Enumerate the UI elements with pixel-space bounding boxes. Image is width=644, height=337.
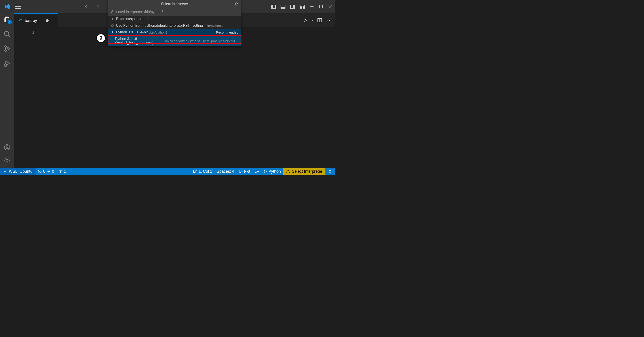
error-icon	[38, 169, 42, 173]
item-right-label: Recommended	[216, 30, 238, 34]
status-indent[interactable]: Spaces: 4	[214, 169, 236, 174]
warning-triangle-icon	[286, 169, 290, 173]
dirty-indicator-icon	[46, 19, 48, 22]
ports-count: 1	[64, 169, 66, 174]
layout-panel-right-icon[interactable]	[290, 4, 296, 9]
svg-rect-1	[271, 5, 272, 8]
interpreter-item-recommended[interactable]: Python 3.8.10 64-bit /bin/python3 Recomm…	[108, 29, 241, 35]
svg-point-12	[5, 46, 6, 47]
layout-grid-icon[interactable]	[300, 4, 305, 9]
svg-rect-8	[300, 7, 302, 8]
hamburger-menu-icon[interactable]	[15, 4, 21, 9]
status-remote[interactable]: WSL: Ubuntu	[0, 168, 36, 175]
select-interpreter-picker: Select Interpreter Selected Interpreter:…	[108, 0, 241, 46]
line-number: 1	[14, 29, 41, 35]
eol-label: LF	[254, 169, 259, 174]
item-label: Enter interpreter path...	[116, 17, 152, 21]
item-path: ~/miniconda3/envs/molssi_best_practices/…	[163, 39, 238, 43]
vscode-logo-icon	[4, 3, 10, 10]
editor-area[interactable]: 1	[14, 27, 335, 168]
indent-label: Spaces: 4	[217, 169, 234, 174]
status-language[interactable]: Python	[261, 169, 283, 174]
annotation-step-number: 2	[96, 33, 106, 43]
warning-icon	[46, 169, 50, 173]
window-close-icon[interactable]	[328, 4, 332, 9]
python-file-icon	[18, 18, 22, 23]
error-count: 0	[43, 169, 45, 174]
svg-rect-9	[303, 7, 305, 8]
select-interpreter-label: Select Interpreter	[292, 169, 322, 174]
status-select-interpreter[interactable]: Select Interpreter	[283, 168, 326, 175]
language-label: Python	[268, 169, 281, 174]
svg-rect-5	[294, 5, 295, 8]
svg-point-13	[5, 50, 6, 51]
interpreter-item-conda-env[interactable]: Python 3.11.6 ('molssi_best_practices') …	[108, 35, 241, 46]
layout-panel-bottom-icon[interactable]	[280, 4, 286, 9]
quickinput-title: Select Interpreter	[108, 0, 241, 8]
svg-point-19	[20, 19, 20, 19]
star-icon	[111, 31, 114, 34]
nav-arrows	[84, 4, 100, 9]
run-file-icon[interactable]	[303, 18, 308, 23]
warning-count: 0	[52, 169, 54, 174]
svg-point-21	[112, 25, 113, 26]
layout-panel-left-icon[interactable]	[271, 4, 276, 9]
activity-source-control-icon[interactable]	[4, 45, 10, 52]
run-dropdown-chevron-icon[interactable]	[311, 19, 314, 22]
editor-tab-active[interactable]: test.py	[14, 13, 58, 27]
title-bar-left	[2, 3, 21, 10]
interpreter-item-enter-path[interactable]: Enter interpreter path...	[108, 16, 241, 22]
item-label: Use Python from `python.defaultInterpret…	[116, 24, 203, 28]
svg-rect-7	[303, 5, 305, 7]
remote-label: WSL: Ubuntu	[9, 169, 32, 174]
interpreter-item-default-setting[interactable]: Use Python from `python.defaultInterpret…	[108, 22, 241, 29]
quickinput-title-label: Select Interpreter	[161, 2, 188, 6]
editor-actions: ···	[303, 13, 335, 27]
gear-icon	[111, 24, 114, 27]
svg-point-11	[4, 31, 8, 35]
activity-settings-icon[interactable]	[4, 157, 10, 164]
editor-more-icon[interactable]: ···	[326, 17, 331, 23]
encoding-label: UTF-8	[239, 169, 250, 174]
activity-bar: 1 ···	[0, 13, 14, 168]
status-problems[interactable]: 0 0	[36, 169, 56, 174]
status-encoding[interactable]: UTF-8	[236, 169, 252, 174]
window-minimize-icon[interactable]	[310, 4, 314, 9]
status-bar: WSL: Ubuntu 0 0 1 Ln 1, Col 1 Spaces: 4 …	[0, 168, 335, 175]
nav-forward-icon[interactable]	[96, 4, 100, 9]
title-bar-right	[271, 4, 332, 9]
tab-label: test.py	[25, 18, 37, 23]
remote-icon	[3, 169, 7, 173]
svg-rect-6	[300, 5, 302, 7]
item-label: Python 3.8.10 64-bit	[116, 30, 148, 34]
braces-icon	[264, 170, 267, 173]
item-path: /bin/python3	[204, 24, 223, 28]
status-ports[interactable]: 1	[56, 169, 68, 174]
status-eol[interactable]: LF	[252, 169, 261, 174]
nav-back-icon[interactable]	[84, 4, 89, 9]
status-cursor[interactable]: Ln 1, Col 1	[191, 169, 214, 174]
quickinput-selected-header: Selected Interpreter: /bin/python3	[108, 8, 241, 16]
activity-accounts-icon[interactable]	[4, 144, 10, 151]
ports-icon	[58, 169, 62, 173]
item-path: /bin/python3	[149, 30, 168, 34]
activity-explorer-icon[interactable]: 1	[4, 16, 10, 23]
activity-run-debug-icon[interactable]	[3, 60, 11, 67]
svg-point-17	[6, 146, 8, 147]
plus-icon	[111, 17, 114, 20]
refresh-icon[interactable]	[235, 2, 239, 6]
cursor-label: Ln 1, Col 1	[193, 169, 212, 174]
window-maximize-icon[interactable]	[319, 4, 323, 9]
explorer-badge: 1	[8, 20, 12, 24]
svg-point-18	[6, 159, 8, 161]
split-editor-icon[interactable]	[317, 18, 322, 23]
item-label: Python 3.11.6 ('molssi_best_practices')	[115, 37, 161, 45]
quickinput-list: Enter interpreter path... Use Python fro…	[108, 16, 241, 46]
activity-search-icon[interactable]	[4, 30, 10, 37]
status-notifications-icon[interactable]	[326, 169, 335, 173]
activity-more-icon[interactable]: ···	[4, 75, 10, 81]
svg-rect-10	[320, 5, 322, 8]
svg-rect-3	[281, 7, 285, 8]
